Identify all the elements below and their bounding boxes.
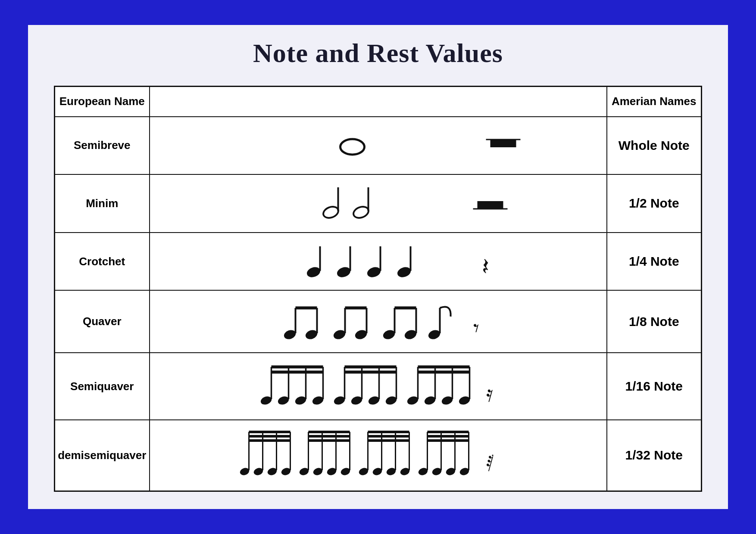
table-row: Crotchet [55, 233, 702, 291]
european-name-quaver: Quaver [55, 290, 150, 353]
table-row: Minim 1/2 Note [55, 174, 702, 233]
american-name-wholenote: Whole Note [607, 117, 702, 175]
semiquaver-svg: 𝄿 [150, 357, 606, 413]
american-name-quarternote: 1/4 Note [607, 233, 702, 291]
european-name-crotchet: Crotchet [55, 233, 150, 291]
header-symbols [150, 87, 607, 117]
svg-point-5 [352, 205, 370, 220]
svg-text:𝄽: 𝄽 [483, 259, 488, 273]
symbol-cell-crotchet: 𝄽 [150, 233, 607, 291]
table-row: Quaver [55, 290, 702, 353]
table-row: demisemiquaver [55, 420, 702, 491]
svg-text:𝄾: 𝄾 [473, 324, 478, 332]
table-row: Semibreve Whole Note [55, 117, 702, 175]
svg-text:·: · [491, 449, 494, 462]
symbol-cell-demisemiquaver: 𝅀 · [150, 420, 607, 491]
symbol-cell-semiquaver: 𝄿 [150, 353, 607, 419]
crotchet-svg: 𝄽 [150, 237, 606, 284]
note-values-table: European Name Amerian Names Semibreve [54, 86, 702, 492]
european-name-semiquaver: Semiquaver [55, 353, 150, 419]
demisemiquaver-svg: 𝅀 · [150, 424, 606, 484]
symbol-cell-semibreve [150, 117, 607, 175]
european-name-semibreve: Semibreve [55, 117, 150, 175]
header-american: Amerian Names [607, 87, 702, 117]
american-name-thirtysecondnote: 1/32 Note [607, 420, 702, 491]
symbol-cell-minim [150, 174, 607, 233]
symbol-cell-quaver: 𝄾 [150, 290, 607, 353]
svg-rect-7 [477, 201, 503, 209]
svg-point-3 [322, 205, 340, 220]
american-name-halfnote: 1/2 Note [607, 174, 702, 233]
european-name-minim: Minim [55, 174, 150, 233]
semibreve-svg [150, 123, 606, 166]
svg-text:𝄿: 𝄿 [486, 389, 492, 402]
quaver-svg: 𝄾 [150, 295, 606, 347]
svg-rect-1 [490, 140, 516, 147]
american-name-eighthnote: 1/8 Note [607, 290, 702, 353]
header-european: European Name [55, 87, 150, 117]
european-name-demisemiquaver: demisemiquaver [55, 420, 150, 491]
minim-svg [150, 179, 606, 226]
table-row: Semiquaver [55, 353, 702, 419]
page-title: Note and Rest Values [253, 38, 503, 68]
american-name-sixteenthnote: 1/16 Note [607, 353, 702, 419]
svg-point-0 [340, 139, 364, 155]
main-card: Note and Rest Values European Name Ameri… [25, 22, 731, 512]
